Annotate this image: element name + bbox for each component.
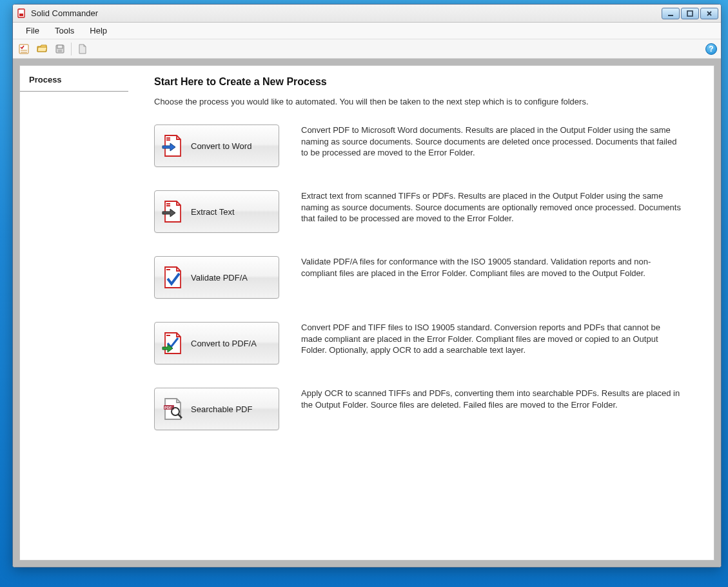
svg-rect-7 bbox=[58, 50, 62, 53]
app-icon bbox=[17, 8, 27, 19]
svg-rect-9 bbox=[166, 139, 170, 141]
process-row-convert-to-pdfa: Convert to PDF/A Convert PDF and TIFF fi… bbox=[154, 322, 698, 364]
svg-rect-2 bbox=[668, 15, 673, 16]
document-icon[interactable] bbox=[75, 42, 90, 56]
process-row-convert-to-word: Convert to Word Convert PDF to Microsoft… bbox=[154, 124, 698, 167]
process-description: Validate PDF/A files for conformance wit… bbox=[301, 256, 682, 279]
app-window: Solid Commander File Tools Help ? bbox=[12, 4, 722, 568]
menu-help[interactable]: Help bbox=[82, 23, 115, 38]
svg-rect-11 bbox=[166, 205, 170, 206]
window-controls bbox=[662, 8, 718, 19]
process-description: Extract text from scanned TIFFs or PDFs.… bbox=[301, 190, 682, 224]
svg-rect-1 bbox=[19, 14, 23, 16]
checklist-icon[interactable] bbox=[17, 42, 31, 56]
toolbar: ? bbox=[13, 39, 721, 59]
svg-rect-8 bbox=[166, 137, 170, 139]
main-subtitle: Choose the process you would like to aut… bbox=[154, 97, 698, 106]
content-panel: Process Start Here to Create a New Proce… bbox=[19, 65, 714, 561]
titlebar[interactable]: Solid Commander bbox=[13, 5, 721, 23]
sidebar-item-process[interactable]: Process bbox=[20, 66, 128, 92]
menu-tools[interactable]: Tools bbox=[47, 23, 82, 38]
menubar: File Tools Help bbox=[13, 23, 721, 39]
svg-text:PDF: PDF bbox=[164, 406, 172, 410]
window-title: Solid Commander bbox=[31, 8, 662, 18]
process-description: Apply OCR to scanned TIFFs and PDFs, con… bbox=[301, 388, 682, 410]
svg-rect-10 bbox=[166, 203, 170, 204]
svg-rect-3 bbox=[687, 11, 693, 16]
client-area: Process Start Here to Create a New Proce… bbox=[13, 59, 721, 567]
process-label: Validate PDF/A bbox=[191, 273, 248, 283]
minimize-button[interactable] bbox=[662, 8, 680, 19]
main-panel: Start Here to Create a New Process Choos… bbox=[128, 66, 714, 560]
svg-rect-13 bbox=[166, 335, 170, 336]
menu-file[interactable]: File bbox=[18, 23, 47, 38]
convert-to-pdfa-button[interactable]: Convert to PDF/A bbox=[154, 322, 279, 364]
searchable-pdf-icon: PDF bbox=[161, 397, 184, 421]
validate-pdfa-button[interactable]: Validate PDF/A bbox=[154, 256, 279, 299]
extract-text-icon bbox=[161, 200, 184, 223]
main-heading: Start Here to Create a New Process bbox=[154, 76, 698, 88]
folder-open-icon[interactable] bbox=[35, 42, 49, 56]
save-icon[interactable] bbox=[53, 42, 67, 56]
maximize-button[interactable] bbox=[681, 8, 699, 19]
svg-rect-0 bbox=[18, 9, 25, 17]
process-label: Convert to Word bbox=[191, 141, 251, 151]
process-description: Convert PDF to Microsoft Word documents.… bbox=[301, 124, 682, 159]
convert-to-pdfa-icon bbox=[161, 332, 184, 355]
process-label: Convert to PDF/A bbox=[191, 339, 257, 348]
process-description: Convert PDF and TIFF files to ISO 19005 … bbox=[301, 322, 682, 356]
process-label: Extract Text bbox=[191, 207, 235, 217]
sidebar: Process bbox=[20, 66, 128, 560]
svg-rect-6 bbox=[57, 45, 63, 48]
help-icon[interactable]: ? bbox=[705, 43, 717, 55]
convert-to-word-button[interactable]: Convert to Word bbox=[154, 124, 279, 167]
process-row-searchable-pdf: PDF Searchable PDF Apply OCR to scanned … bbox=[154, 388, 698, 430]
process-label: Searchable PDF bbox=[191, 404, 252, 414]
extract-text-button[interactable]: Extract Text bbox=[154, 190, 279, 233]
validate-pdfa-icon bbox=[161, 266, 184, 289]
close-button[interactable] bbox=[700, 8, 718, 19]
process-row-validate-pdfa: Validate PDF/A Validate PDF/A files for … bbox=[154, 256, 698, 299]
svg-rect-12 bbox=[166, 269, 170, 270]
convert-to-word-icon bbox=[161, 134, 184, 157]
process-row-extract-text: Extract Text Extract text from scanned T… bbox=[154, 190, 698, 233]
searchable-pdf-button[interactable]: PDF Searchable PDF bbox=[154, 388, 279, 430]
